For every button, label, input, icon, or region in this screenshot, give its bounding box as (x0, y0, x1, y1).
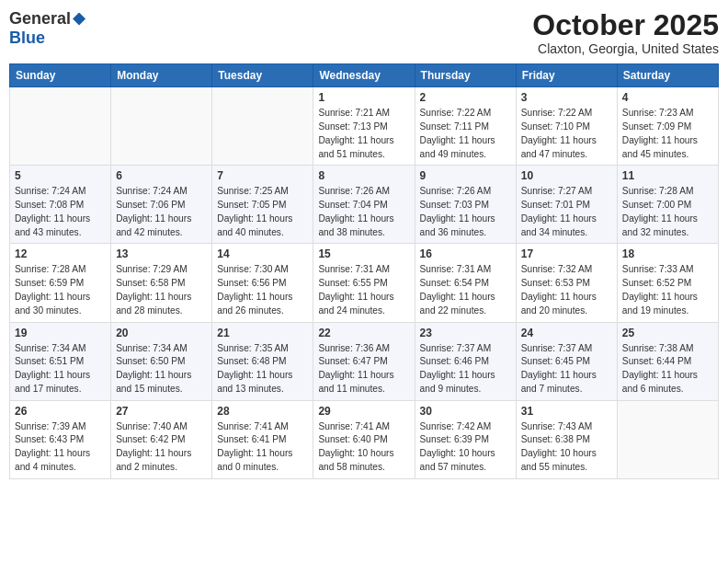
calendar-week-row: 19Sunrise: 7:34 AM Sunset: 6:51 PM Dayli… (10, 322, 719, 400)
day-number: 25 (622, 327, 713, 339)
day-number: 29 (318, 405, 409, 418)
calendar-day-16: 16Sunrise: 7:31 AM Sunset: 6:54 PM Dayli… (415, 244, 516, 322)
day-number: 26 (15, 405, 106, 418)
calendar-day-31: 31Sunrise: 7:43 AM Sunset: 6:38 PM Dayli… (516, 400, 617, 478)
day-info: Sunrise: 7:29 AM Sunset: 6:58 PM Dayligh… (116, 263, 207, 317)
day-number: 21 (217, 327, 308, 339)
day-info: Sunrise: 7:24 AM Sunset: 7:06 PM Dayligh… (116, 185, 207, 239)
calendar-table: SundayMondayTuesdayWednesdayThursdayFrid… (9, 63, 719, 479)
day-info: Sunrise: 7:26 AM Sunset: 7:03 PM Dayligh… (420, 185, 511, 239)
day-info: Sunrise: 7:41 AM Sunset: 6:41 PM Dayligh… (217, 420, 308, 475)
day-info: Sunrise: 7:28 AM Sunset: 7:00 PM Dayligh… (622, 185, 713, 239)
calendar-day-18: 18Sunrise: 7:33 AM Sunset: 6:52 PM Dayli… (617, 244, 718, 322)
day-info: Sunrise: 7:33 AM Sunset: 6:52 PM Dayligh… (622, 263, 713, 317)
calendar-day-empty (212, 87, 313, 166)
day-number: 15 (318, 247, 409, 260)
calendar-day-2: 2Sunrise: 7:22 AM Sunset: 7:11 PM Daylig… (415, 87, 516, 166)
day-info: Sunrise: 7:23 AM Sunset: 7:09 PM Dayligh… (622, 107, 713, 161)
calendar-week-row: 5Sunrise: 7:24 AM Sunset: 7:08 PM Daylig… (10, 166, 719, 244)
day-info: Sunrise: 7:43 AM Sunset: 6:38 PM Dayligh… (521, 420, 612, 475)
calendar-day-21: 21Sunrise: 7:35 AM Sunset: 6:48 PM Dayli… (212, 322, 313, 400)
day-number: 5 (15, 169, 106, 182)
day-number: 4 (622, 91, 713, 104)
day-number: 13 (116, 247, 207, 260)
title-block: October 2025 Claxton, Georgia, United St… (532, 9, 719, 56)
day-info: Sunrise: 7:36 AM Sunset: 6:47 PM Dayligh… (318, 342, 409, 396)
day-number: 14 (217, 247, 308, 260)
day-info: Sunrise: 7:31 AM Sunset: 6:55 PM Dayligh… (318, 263, 409, 317)
day-info: Sunrise: 7:31 AM Sunset: 6:54 PM Dayligh… (420, 263, 511, 317)
logo-blue-text: Blue (9, 29, 45, 48)
calendar-day-13: 13Sunrise: 7:29 AM Sunset: 6:58 PM Dayli… (111, 244, 212, 322)
calendar-day-29: 29Sunrise: 7:41 AM Sunset: 6:40 PM Dayli… (313, 400, 415, 478)
calendar-day-27: 27Sunrise: 7:40 AM Sunset: 6:42 PM Dayli… (111, 400, 212, 478)
day-info: Sunrise: 7:35 AM Sunset: 6:48 PM Dayligh… (217, 342, 308, 396)
calendar-day-30: 30Sunrise: 7:42 AM Sunset: 6:39 PM Dayli… (415, 400, 516, 478)
calendar-day-12: 12Sunrise: 7:28 AM Sunset: 6:59 PM Dayli… (10, 244, 111, 322)
calendar-day-10: 10Sunrise: 7:27 AM Sunset: 7:01 PM Dayli… (516, 166, 617, 244)
logo-diamond-icon (73, 13, 85, 26)
day-info: Sunrise: 7:34 AM Sunset: 6:50 PM Dayligh… (116, 342, 207, 396)
day-number: 7 (217, 169, 308, 182)
calendar-day-17: 17Sunrise: 7:32 AM Sunset: 6:53 PM Dayli… (516, 244, 617, 322)
logo-general-text: General (9, 9, 71, 29)
calendar-day-23: 23Sunrise: 7:37 AM Sunset: 6:46 PM Dayli… (415, 322, 516, 400)
day-number: 16 (420, 247, 511, 260)
day-number: 12 (15, 247, 106, 260)
col-header-thursday: Thursday (415, 64, 516, 87)
day-number: 30 (420, 405, 511, 418)
day-number: 24 (521, 327, 612, 339)
col-header-wednesday: Wednesday (313, 64, 415, 87)
calendar-day-empty (617, 400, 718, 478)
calendar-day-6: 6Sunrise: 7:24 AM Sunset: 7:06 PM Daylig… (111, 166, 212, 244)
day-number: 23 (420, 327, 511, 339)
calendar-day-20: 20Sunrise: 7:34 AM Sunset: 6:50 PM Dayli… (111, 322, 212, 400)
day-info: Sunrise: 7:39 AM Sunset: 6:43 PM Dayligh… (15, 420, 106, 475)
day-number: 19 (15, 327, 106, 339)
day-info: Sunrise: 7:30 AM Sunset: 6:56 PM Dayligh… (217, 263, 308, 317)
calendar-day-19: 19Sunrise: 7:34 AM Sunset: 6:51 PM Dayli… (10, 322, 111, 400)
col-header-friday: Friday (516, 64, 617, 87)
col-header-saturday: Saturday (617, 64, 718, 87)
calendar-day-5: 5Sunrise: 7:24 AM Sunset: 7:08 PM Daylig… (10, 166, 111, 244)
day-info: Sunrise: 7:41 AM Sunset: 6:40 PM Dayligh… (318, 420, 409, 475)
day-info: Sunrise: 7:40 AM Sunset: 6:42 PM Dayligh… (116, 420, 207, 475)
day-info: Sunrise: 7:32 AM Sunset: 6:53 PM Dayligh… (521, 263, 612, 317)
calendar-day-9: 9Sunrise: 7:26 AM Sunset: 7:03 PM Daylig… (415, 166, 516, 244)
day-number: 9 (420, 169, 511, 182)
day-number: 27 (116, 405, 207, 418)
col-header-sunday: Sunday (10, 64, 111, 87)
day-info: Sunrise: 7:25 AM Sunset: 7:05 PM Dayligh… (217, 185, 308, 239)
logo: General Blue (9, 9, 85, 48)
day-number: 11 (622, 169, 713, 182)
calendar-day-4: 4Sunrise: 7:23 AM Sunset: 7:09 PM Daylig… (617, 87, 718, 166)
day-number: 31 (521, 405, 612, 418)
location-text: Claxton, Georgia, United States (532, 41, 719, 56)
calendar-day-28: 28Sunrise: 7:41 AM Sunset: 6:41 PM Dayli… (212, 400, 313, 478)
day-number: 10 (521, 169, 612, 182)
calendar-day-3: 3Sunrise: 7:22 AM Sunset: 7:10 PM Daylig… (516, 87, 617, 166)
calendar-day-8: 8Sunrise: 7:26 AM Sunset: 7:04 PM Daylig… (313, 166, 415, 244)
day-number: 28 (217, 405, 308, 418)
day-info: Sunrise: 7:27 AM Sunset: 7:01 PM Dayligh… (521, 185, 612, 239)
calendar-day-1: 1Sunrise: 7:21 AM Sunset: 7:13 PM Daylig… (313, 87, 415, 166)
day-info: Sunrise: 7:26 AM Sunset: 7:04 PM Dayligh… (318, 185, 409, 239)
day-number: 6 (116, 169, 207, 182)
calendar-week-row: 1Sunrise: 7:21 AM Sunset: 7:13 PM Daylig… (10, 87, 719, 166)
day-info: Sunrise: 7:34 AM Sunset: 6:51 PM Dayligh… (15, 342, 106, 396)
calendar-week-row: 26Sunrise: 7:39 AM Sunset: 6:43 PM Dayli… (10, 400, 719, 478)
calendar-day-14: 14Sunrise: 7:30 AM Sunset: 6:56 PM Dayli… (212, 244, 313, 322)
col-header-tuesday: Tuesday (212, 64, 313, 87)
day-info: Sunrise: 7:22 AM Sunset: 7:10 PM Dayligh… (521, 107, 612, 161)
day-number: 22 (318, 327, 409, 339)
calendar-header-row: SundayMondayTuesdayWednesdayThursdayFrid… (10, 64, 719, 87)
day-info: Sunrise: 7:24 AM Sunset: 7:08 PM Dayligh… (15, 185, 106, 239)
day-info: Sunrise: 7:21 AM Sunset: 7:13 PM Dayligh… (318, 107, 409, 161)
day-number: 18 (622, 247, 713, 260)
calendar-day-26: 26Sunrise: 7:39 AM Sunset: 6:43 PM Dayli… (10, 400, 111, 478)
day-number: 1 (318, 91, 409, 104)
calendar-day-11: 11Sunrise: 7:28 AM Sunset: 7:00 PM Dayli… (617, 166, 718, 244)
page-header: General Blue October 2025 Claxton, Georg… (9, 9, 719, 56)
col-header-monday: Monday (111, 64, 212, 87)
day-info: Sunrise: 7:22 AM Sunset: 7:11 PM Dayligh… (420, 107, 511, 161)
